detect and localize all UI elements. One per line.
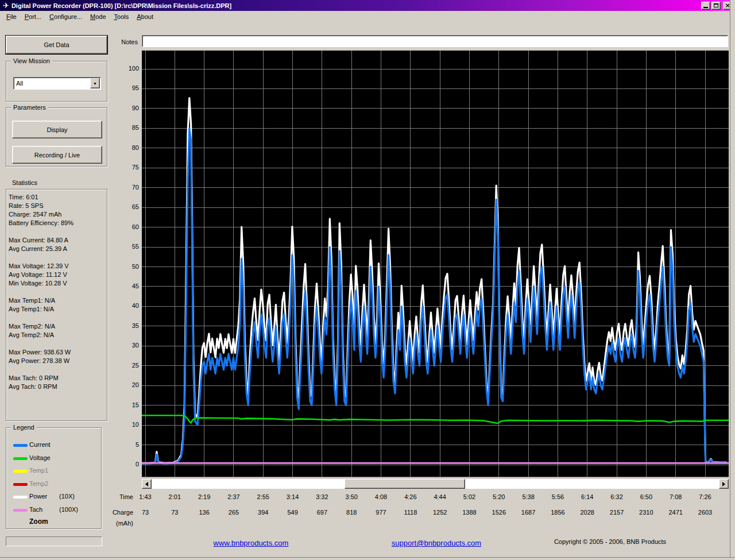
stat-line: Max Voltage: 12.39 V — [9, 262, 107, 271]
legend-item-tach[interactable]: Tach(100X) — [6, 505, 101, 516]
time-tick: 1:43 — [139, 493, 151, 500]
parameters-group: Parameters Display Recording / Live — [6, 107, 107, 167]
restore-button[interactable] — [711, 2, 721, 10]
charge-tick: 2603 — [698, 509, 712, 516]
current-trace — [142, 128, 726, 464]
legend-swatch-tach — [13, 509, 28, 512]
charge-tick: 2471 — [668, 509, 682, 516]
stat-line: Rate: 5 SPS — [9, 202, 107, 210]
stat-line: Avg Voltage: 11.12 V — [9, 271, 107, 279]
airplane-icon: ✈ — [3, 2, 9, 9]
charge-tick: 1526 — [492, 509, 506, 516]
time-tick: 2:01 — [169, 493, 181, 500]
legend-item-label: Voltage — [29, 454, 51, 461]
menu-about[interactable]: About — [133, 12, 157, 21]
legend-item-voltage[interactable]: Voltage — [6, 454, 101, 464]
legend-group: Legend CurrentVoltageTemp1Temp2Power(10X… — [6, 427, 102, 529]
y-tick-label: 40 — [115, 302, 139, 309]
charge-tick: 2028 — [580, 509, 594, 516]
stat-line: Battery Efficiency: 89% — [9, 219, 107, 227]
menu-file[interactable]: File — [2, 12, 21, 21]
legend-item-temp2[interactable]: Temp2 — [6, 480, 101, 490]
y-tick-label: 10 — [115, 421, 139, 428]
display-button[interactable]: Display — [12, 121, 102, 138]
stat-line — [9, 253, 107, 262]
time-tick: 6:14 — [581, 493, 593, 500]
y-tick-label: 30 — [115, 342, 139, 349]
legend-label: Legend — [11, 424, 37, 431]
charge-tick: 136 — [199, 509, 209, 516]
y-tick-label: 90 — [115, 105, 139, 111]
right-arrow-icon — [722, 482, 728, 486]
y-tick-label: 50 — [115, 263, 139, 270]
time-tick: 6:32 — [610, 493, 622, 500]
time-tick: 5:02 — [463, 493, 475, 500]
legend-item-temp1[interactable]: Temp1 — [6, 466, 101, 477]
charge-tick: 73 — [142, 509, 149, 516]
menu-configure[interactable]: Configure... — [45, 12, 86, 21]
stat-line: Time: 6:01 — [9, 193, 107, 202]
charge-tick: 1388 — [462, 509, 476, 516]
left-arrow-icon — [143, 482, 148, 486]
legend-item-label: Temp2 — [29, 480, 48, 487]
legend-item-power[interactable]: Power(10X) — [6, 492, 101, 503]
scrollbar-thumb[interactable] — [345, 479, 465, 489]
notes-input[interactable] — [142, 35, 728, 47]
horizontal-scrollbar[interactable] — [142, 479, 729, 489]
legend-item-label: Temp1 — [29, 467, 48, 474]
stat-line: Max Tach: 0 RPM — [9, 374, 107, 383]
charge-tick: 1687 — [521, 509, 535, 516]
scroll-right-button[interactable] — [719, 479, 729, 489]
y-tick-label: 15 — [115, 401, 139, 408]
time-tick: 5:38 — [522, 493, 534, 500]
mission-select[interactable]: All ▼ — [13, 77, 101, 90]
time-tick: 4:08 — [375, 493, 387, 500]
y-tick-label: 0 — [115, 461, 139, 468]
time-axis-title: Time — [103, 493, 133, 500]
legend-item-label: Current — [29, 441, 51, 448]
app-window: ✈ Digital Power Recorder (DPR-100) [D:\r… — [0, 0, 735, 560]
view-mission-group: View Mission All ▼ — [6, 61, 107, 102]
legend-item-current[interactable]: Current — [6, 441, 101, 451]
legend-zoom-label: Zoom — [29, 517, 48, 526]
y-tick-label: 25 — [115, 362, 139, 369]
y-tick-label: 95 — [115, 84, 139, 91]
time-tick: 5:56 — [552, 493, 564, 500]
y-tick-label: 60 — [115, 223, 139, 230]
time-tick: 2:19 — [198, 493, 210, 500]
time-tick: 4:44 — [434, 493, 446, 500]
charge-tick: 1252 — [433, 509, 447, 516]
stat-line: Avg Temp1: N/A — [9, 305, 107, 314]
get-data-button[interactable]: Get Data — [6, 36, 107, 54]
legend-swatch-voltage — [13, 457, 28, 460]
voltage-trace — [142, 415, 728, 423]
menu-port[interactable]: Port... — [21, 12, 45, 21]
charge-axis-unit: (mAh) — [103, 520, 133, 527]
legend-swatch-current — [13, 444, 28, 447]
legend-item-label: Power — [29, 493, 47, 500]
window-frame-right — [730, 0, 735, 560]
y-tick-label: 65 — [115, 203, 139, 210]
menu-tools[interactable]: Tools — [110, 12, 133, 21]
menu-mode[interactable]: Mode — [86, 12, 110, 21]
y-tick-label: 85 — [115, 124, 139, 131]
charge-tick: 697 — [317, 509, 327, 516]
legend-swatch-temp2 — [13, 483, 28, 486]
minimize-button[interactable] — [701, 2, 710, 10]
chevron-down-icon[interactable]: ▼ — [90, 78, 100, 88]
scroll-left-button[interactable] — [142, 479, 152, 489]
time-tick: 2:37 — [227, 493, 239, 500]
y-tick-label: 35 — [115, 322, 139, 329]
stat-line: Max Power: 938.63 W — [9, 348, 107, 357]
y-tick-label: 80 — [115, 144, 139, 151]
time-tick: 6:50 — [640, 493, 652, 500]
stat-line: Avg Tach: 0 RPM — [9, 383, 107, 391]
website-link[interactable]: www.bnbproducts.com — [214, 539, 289, 547]
stat-line: Avg Current: 25.39 A — [9, 245, 107, 253]
recording-live-button[interactable]: Recording / Live — [12, 146, 102, 164]
y-tick-label: 5 — [115, 441, 139, 448]
support-link[interactable]: support@bnbproducts.com — [392, 539, 481, 547]
copyright-text: Copyright © 2005 - 2006, BNB Products — [546, 538, 675, 545]
stat-line — [9, 365, 107, 374]
chart-plot[interactable] — [142, 51, 729, 477]
